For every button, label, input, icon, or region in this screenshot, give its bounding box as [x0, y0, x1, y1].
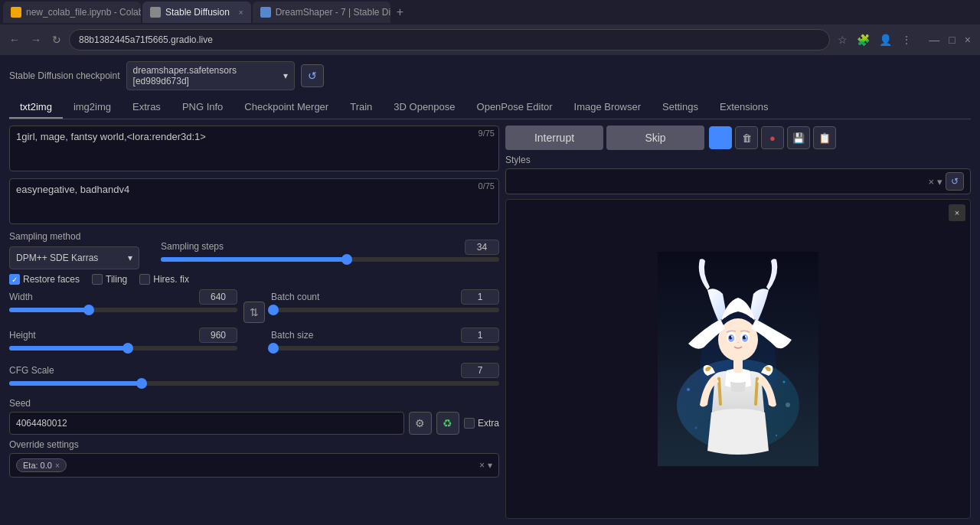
tab-colab[interactable]: new_colab_file.ipynb - Colabora... × — [3, 2, 141, 23]
red-tool-button[interactable]: ● — [761, 126, 784, 149]
styles-input: × ▾ ↺ — [505, 168, 971, 194]
steps-label: Sampling steps — [161, 241, 224, 252]
tab-png-info[interactable]: PNG Info — [172, 96, 234, 119]
tab-stable-diffusion[interactable]: Stable Diffusion × — [142, 2, 251, 23]
styles-refresh-button[interactable]: ↺ — [946, 172, 964, 191]
batch-size-section: Batch size 1 — [271, 328, 499, 358]
tab-label-colab: new_colab_file.ipynb - Colabora... — [26, 7, 141, 18]
minimize-button[interactable]: — — [926, 31, 942, 49]
steps-value[interactable]: 34 — [465, 240, 499, 255]
save-icon: 💾 — [792, 132, 805, 144]
width-slider[interactable] — [9, 308, 237, 312]
height-section: Height 960 — [9, 328, 237, 358]
checkpoint-dropdown-icon: ▾ — [283, 70, 288, 81]
batch-size-value[interactable]: 1 — [461, 328, 499, 343]
tab-extras[interactable]: Extras — [122, 96, 172, 119]
tiling-label: Tiling — [106, 274, 127, 285]
override-tag-close[interactable]: × — [55, 461, 60, 470]
edit-tool-button[interactable]: ✏ — [709, 126, 732, 149]
reload-button[interactable]: ↻ — [49, 31, 64, 49]
interrupt-button[interactable]: Interrupt — [505, 126, 603, 150]
address-bar[interactable]: 88b1382445a71f5665.gradio.live — [69, 29, 830, 51]
seed-input[interactable] — [9, 412, 404, 435]
maximize-button[interactable]: □ — [946, 31, 958, 49]
batch-count-value[interactable]: 1 — [461, 289, 499, 305]
red-icon: ● — [769, 132, 776, 144]
extra-checkbox[interactable]: Extra — [464, 418, 499, 429]
main-layout: 9/75 document.querySelector('[data-name=… — [9, 126, 971, 519]
tab-close-sd[interactable]: × — [234, 8, 243, 17]
negative-prompt-input[interactable] — [9, 178, 499, 224]
tab-favicon-sd — [150, 7, 161, 18]
checkpoint-refresh-button[interactable]: ↺ — [301, 64, 324, 87]
image-close-icon: × — [955, 208, 959, 217]
swap-dimensions-button[interactable]: ⇅ — [243, 302, 265, 323]
tab-openpose-editor[interactable]: OpenPose Editor — [466, 96, 564, 119]
batch-size-slider[interactable] — [271, 346, 499, 351]
styles-text-input[interactable] — [512, 176, 925, 187]
svg-point-12 — [745, 336, 746, 338]
hires-fix-checkbox[interactable]: Hires. fix — [139, 274, 189, 285]
seed-recycle-button[interactable]: ♻ — [436, 412, 459, 435]
override-tag-label: Eta: 0.0 — [23, 461, 52, 470]
extension-icon[interactable]: 🧩 — [854, 31, 873, 49]
address-bar-row: ← → ↻ 88b1382445a71f5665.gradio.live ☆ 🧩… — [0, 24, 980, 55]
tab-settings[interactable]: Settings — [652, 96, 709, 119]
height-value[interactable]: 960 — [199, 328, 237, 343]
override-clear-button[interactable]: × — [479, 460, 485, 471]
close-window-button[interactable]: × — [962, 31, 974, 49]
tab-3d-openpose[interactable]: 3D Openpose — [383, 96, 466, 119]
svg-point-16 — [695, 427, 697, 429]
refresh-icon: ↺ — [308, 70, 317, 82]
skip-button[interactable]: Skip — [606, 126, 704, 150]
tab-dreamshaper[interactable]: DreamShaper - 7 | Stable Diffusi... × — [253, 2, 390, 23]
restore-faces-checkbox[interactable]: ✓ Restore faces — [9, 274, 80, 285]
new-tab-button[interactable]: + — [392, 5, 408, 19]
tiling-checkbox[interactable]: Tiling — [92, 274, 127, 285]
height-slider[interactable] — [9, 346, 237, 351]
styles-dropdown-button[interactable]: ▾ — [937, 176, 942, 188]
tab-image-browser[interactable]: Image Browser — [564, 96, 652, 119]
negative-prompt-counter: 0/75 — [479, 181, 495, 191]
tab-bar: new_colab_file.ipynb - Colabora... × Sta… — [0, 0, 980, 24]
trash-tool-button[interactable]: 🗑 — [735, 126, 758, 149]
app-container: Stable Diffusion checkpoint dreamshaper.… — [0, 55, 980, 525]
tab-checkpoint-merger[interactable]: Checkpoint Merger — [234, 96, 339, 119]
cfg-value[interactable]: 7 — [461, 363, 499, 378]
checkpoint-label: Stable Diffusion checkpoint — [9, 70, 120, 81]
styles-clear-button[interactable]: × — [928, 176, 934, 188]
profile-icon[interactable]: 👤 — [876, 31, 895, 49]
tab-img2img[interactable]: img2img — [63, 96, 122, 119]
override-dropdown-button[interactable]: ▾ — [488, 460, 492, 471]
copy-tool-button[interactable]: 📋 — [813, 126, 836, 149]
dimensions-row: Width 640 ⇅ — [9, 289, 499, 323]
width-label: Width — [9, 292, 33, 302]
tab-txt2img[interactable]: txt2img — [9, 96, 63, 119]
override-tag-eta: Eta: 0.0 × — [16, 458, 67, 472]
back-button[interactable]: ← — [6, 31, 23, 49]
checkpoint-select[interactable]: dreamshaper.safetensors [ed989d673d] ▾ — [126, 61, 295, 90]
seed-dice-button[interactable]: ⚙ — [409, 412, 432, 435]
override-end-buttons: × ▾ — [479, 460, 492, 471]
sampling-method-select[interactable]: DPM++ SDE Karras ▾ — [9, 246, 139, 269]
steps-slider-track[interactable] — [161, 257, 499, 262]
batch-count-slider[interactable] — [271, 308, 499, 312]
tab-train[interactable]: Train — [339, 96, 383, 119]
save-tool-button[interactable]: 💾 — [787, 126, 810, 149]
extra-check-box — [464, 418, 475, 429]
tab-extensions[interactable]: Extensions — [709, 96, 779, 119]
tiling-box — [92, 274, 103, 285]
svg-point-15 — [776, 435, 777, 436]
image-close-button[interactable]: × — [949, 204, 965, 221]
width-value[interactable]: 640 — [199, 289, 237, 305]
batch-size-label: Batch size — [271, 330, 313, 341]
url-text: 88b1382445a71f5665.gradio.live — [79, 34, 213, 45]
cfg-slider[interactable] — [9, 381, 499, 386]
forward-button[interactable]: → — [28, 31, 44, 49]
bookmark-icon[interactable]: ☆ — [835, 31, 851, 49]
recycle-icon: ♻ — [443, 417, 452, 429]
menu-icon[interactable]: ⋮ — [898, 31, 915, 49]
positive-prompt-input[interactable] — [9, 126, 499, 171]
override-section: Override settings Eta: 0.0 × × ▾ — [9, 439, 499, 478]
sampling-method-dropdown-icon: ▾ — [128, 253, 132, 263]
